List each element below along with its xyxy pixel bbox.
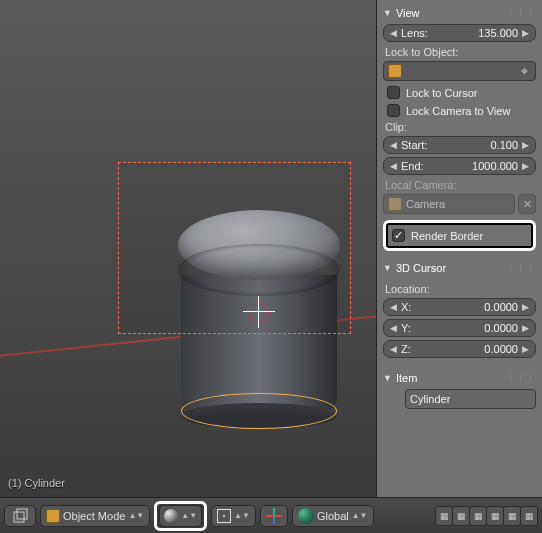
clip-start-field[interactable]: ◀ Start: 0.100 ▶ bbox=[383, 136, 536, 154]
chevron-left-icon[interactable]: ◀ bbox=[390, 140, 397, 150]
panel-grip-icon[interactable]: ⋮⋮⋮ bbox=[506, 263, 536, 273]
panel-3dcursor-header[interactable]: ▼ 3D Cursor ⋮⋮⋮ bbox=[383, 259, 536, 277]
pivot-button[interactable]: ▲▼ bbox=[211, 505, 256, 527]
viewport-header: Object Mode ▲▼ ▲▼ ▲▼ Global ▲▼ ▦ ▦ bbox=[0, 497, 542, 533]
panel-item-header[interactable]: ▼ Item ⋮⋮⋮ bbox=[383, 369, 536, 387]
manipulator-toggle[interactable] bbox=[260, 505, 288, 527]
local-camera-field[interactable]: Camera bbox=[383, 194, 515, 214]
chevron-updown-icon: ▲▼ bbox=[234, 511, 250, 520]
orientation-label: Global bbox=[317, 510, 349, 522]
cursor-y-label: Y: bbox=[401, 322, 411, 334]
cursor-y-field[interactable]: ◀ Y: 0.0000 ▶ bbox=[383, 319, 536, 337]
layer-button[interactable]: ▦ bbox=[503, 506, 521, 526]
properties-sidebar: ▼ View ⋮⋮⋮ ◀ Lens: 135.000 ▶ Lock to Obj… bbox=[377, 0, 542, 497]
viewport-shading-button[interactable]: ▲▼ bbox=[164, 505, 197, 527]
panel-view-title: View bbox=[396, 7, 420, 19]
camera-icon bbox=[388, 197, 402, 211]
lock-to-cursor-checkbox[interactable] bbox=[387, 86, 400, 99]
clip-end-label: End: bbox=[401, 160, 424, 172]
lock-object-field[interactable]: ⌖ bbox=[383, 61, 536, 81]
chevron-down-icon: ▼ bbox=[383, 373, 392, 383]
cursor-z-field[interactable]: ◀ Z: 0.0000 ▶ bbox=[383, 340, 536, 358]
layer-button[interactable]: ▦ bbox=[452, 506, 470, 526]
cylinder-base-selection bbox=[181, 393, 337, 429]
clip-start-value: 0.100 bbox=[435, 139, 518, 151]
chevron-updown-icon: ▲▼ bbox=[181, 511, 197, 520]
clip-end-value: 1000.000 bbox=[432, 160, 518, 172]
cube-wire-icon bbox=[10, 506, 30, 526]
cursor-x-field[interactable]: ◀ X: 0.0000 ▶ bbox=[383, 298, 536, 316]
chevron-right-icon[interactable]: ▶ bbox=[522, 28, 529, 38]
world-icon bbox=[298, 508, 314, 524]
mode-select-button[interactable]: Object Mode ▲▼ bbox=[40, 505, 150, 527]
render-border-highlight: Render Border bbox=[383, 220, 536, 251]
panel-grip-icon[interactable]: ⋮⋮⋮ bbox=[506, 8, 536, 18]
local-camera-label: Local Camera: bbox=[385, 179, 536, 191]
chevron-right-icon[interactable]: ▶ bbox=[522, 140, 529, 150]
pivot-icon bbox=[217, 509, 231, 523]
layers-widget[interactable]: ▦ ▦ ▦ ▦ ▦ ▦ bbox=[436, 506, 538, 526]
render-border-checkbox[interactable] bbox=[392, 229, 405, 242]
location-label: Location: bbox=[385, 283, 536, 295]
x-icon: ✕ bbox=[523, 198, 532, 211]
manipulator-icon bbox=[266, 508, 282, 524]
item-name-value: Cylinder bbox=[410, 393, 531, 405]
chevron-left-icon[interactable]: ◀ bbox=[390, 323, 397, 333]
orientation-button[interactable]: Global ▲▼ bbox=[292, 505, 374, 527]
axis-y-line bbox=[0, 0, 42, 497]
item-name-field[interactable]: Cylinder bbox=[405, 389, 536, 409]
mode-label: Object Mode bbox=[63, 510, 125, 522]
layer-button[interactable]: ▦ bbox=[435, 506, 453, 526]
lock-camera-label: Lock Camera to View bbox=[406, 105, 510, 117]
eyedropper-icon[interactable]: ⌖ bbox=[517, 64, 531, 78]
panel-item-title: Item bbox=[396, 372, 417, 384]
panel-3dcursor-title: 3D Cursor bbox=[396, 262, 446, 274]
local-camera-clear-button[interactable]: ✕ bbox=[518, 194, 536, 214]
chevron-left-icon[interactable]: ◀ bbox=[390, 302, 397, 312]
clip-label: Clip: bbox=[385, 121, 536, 133]
cube-icon bbox=[46, 509, 60, 523]
lens-field[interactable]: ◀ Lens: 135.000 ▶ bbox=[383, 24, 536, 42]
layer-button[interactable]: ▦ bbox=[520, 506, 538, 526]
cursor-z-label: Z: bbox=[401, 343, 411, 355]
clip-start-label: Start: bbox=[401, 139, 427, 151]
render-border-label: Render Border bbox=[411, 230, 483, 242]
svg-rect-0 bbox=[14, 512, 24, 522]
render-border-frame bbox=[118, 162, 351, 334]
lock-to-cursor-label: Lock to Cursor bbox=[406, 87, 478, 99]
local-camera-value: Camera bbox=[406, 198, 510, 210]
cursor-x-value: 0.0000 bbox=[419, 301, 518, 313]
lock-camera-checkbox[interactable] bbox=[387, 104, 400, 117]
chevron-down-icon: ▼ bbox=[383, 8, 392, 18]
chevron-updown-icon: ▲▼ bbox=[128, 511, 144, 520]
chevron-left-icon[interactable]: ◀ bbox=[390, 28, 397, 38]
chevron-left-icon[interactable]: ◀ bbox=[390, 344, 397, 354]
cube-icon bbox=[388, 64, 402, 78]
cursor-z-value: 0.0000 bbox=[419, 343, 518, 355]
chevron-right-icon[interactable]: ▶ bbox=[522, 161, 529, 171]
panel-view-header[interactable]: ▼ View ⋮⋮⋮ bbox=[383, 4, 536, 22]
chevron-right-icon[interactable]: ▶ bbox=[522, 302, 529, 312]
chevron-down-icon: ▼ bbox=[383, 263, 392, 273]
chevron-right-icon[interactable]: ▶ bbox=[522, 344, 529, 354]
cursor-y-value: 0.0000 bbox=[419, 322, 518, 334]
panel-grip-icon[interactable]: ⋮⋮⋮ bbox=[506, 373, 536, 383]
layer-button[interactable]: ▦ bbox=[469, 506, 487, 526]
3d-viewport[interactable]: (1) Cylinder bbox=[0, 0, 377, 497]
editor-type-button[interactable] bbox=[4, 505, 36, 527]
svg-rect-1 bbox=[17, 509, 27, 519]
clip-end-field[interactable]: ◀ End: 1000.000 ▶ bbox=[383, 157, 536, 175]
sphere-icon bbox=[164, 509, 178, 523]
cursor-x-label: X: bbox=[401, 301, 411, 313]
layer-button[interactable]: ▦ bbox=[486, 506, 504, 526]
lock-to-object-label: Lock to Object: bbox=[385, 46, 536, 58]
lens-value: 135.000 bbox=[436, 27, 518, 39]
cube-icon bbox=[383, 390, 401, 408]
shading-highlight: ▲▼ bbox=[154, 501, 207, 531]
viewport-object-label: (1) Cylinder bbox=[8, 477, 65, 489]
chevron-left-icon[interactable]: ◀ bbox=[390, 161, 397, 171]
lens-label: Lens: bbox=[401, 27, 428, 39]
chevron-right-icon[interactable]: ▶ bbox=[522, 323, 529, 333]
chevron-updown-icon: ▲▼ bbox=[352, 511, 368, 520]
